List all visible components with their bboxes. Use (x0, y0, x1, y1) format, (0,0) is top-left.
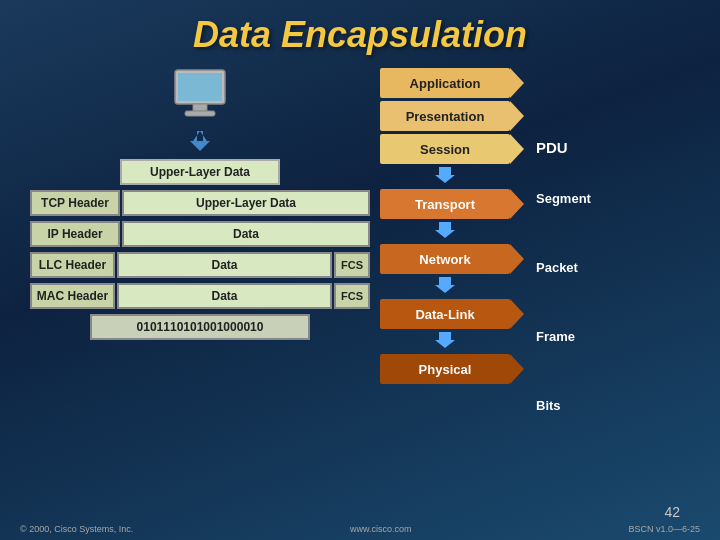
course-code: BSCN v1.0—6-25 (628, 524, 700, 534)
osi-layer-session: Session (380, 134, 524, 164)
svg-marker-4 (193, 131, 207, 141)
application-arrow (510, 68, 524, 98)
osi-down-arrow-3 (435, 277, 524, 296)
osi-layer-network: Network (380, 244, 524, 274)
session-arrow (510, 134, 524, 164)
osi-layer-transport: Transport (380, 189, 524, 219)
osi-down-arrow-2 (435, 222, 524, 241)
physical-box: Physical (380, 354, 510, 384)
tcp-row: TCP Header Upper-Layer Data (30, 190, 370, 216)
mac-row: MAC Header Data FCS (30, 283, 370, 309)
pdu-label-bits: Bits (536, 372, 591, 438)
pdu-label-segment: Segment (536, 165, 591, 231)
page-number: 42 (664, 504, 680, 520)
osi-layer-application: Application (380, 68, 524, 98)
osi-layer-physical: Physical (380, 354, 524, 384)
bits-row: 0101110101001000010 (30, 314, 370, 340)
datalink-arrow (510, 299, 524, 329)
pdu-column: PDU Segment Packet Frame Bits (536, 68, 591, 438)
mac-header-box: MAC Header (30, 283, 115, 309)
website: www.cisco.com (350, 524, 412, 534)
title: Data Encapsulation (0, 0, 720, 64)
copyright: © 2000, Cisco Systems, Inc. (20, 524, 133, 534)
transport-box: Transport (380, 189, 510, 219)
osi-column: Application Presentation Session Tra (380, 68, 524, 438)
svg-marker-8 (435, 277, 455, 293)
svg-marker-5 (190, 141, 210, 151)
computer-icon (30, 68, 370, 127)
llc-fcs-box: FCS (334, 252, 370, 278)
osi-down-arrow-1 (435, 167, 524, 186)
network-box: Network (380, 244, 510, 274)
pdu-label-frame: Frame (536, 303, 591, 369)
left-panel: Upper-Layer Data TCP Header Upper-Layer … (30, 68, 370, 438)
bits-box: 0101110101001000010 (90, 314, 310, 340)
mac-data-box: Data (117, 283, 332, 309)
upper-layer-data-box: Upper-Layer Data (120, 159, 280, 185)
ip-header-box: IP Header (30, 221, 120, 247)
osi-down-arrow-4 (435, 332, 524, 351)
upper-layer-row: Upper-Layer Data (30, 159, 370, 185)
ip-data-box: Data (122, 221, 370, 247)
tcp-data-box: Upper-Layer Data (122, 190, 370, 216)
osi-layer-presentation: Presentation (380, 101, 524, 131)
mac-fcs-box: FCS (334, 283, 370, 309)
llc-data-box: Data (117, 252, 332, 278)
svg-rect-3 (185, 111, 215, 116)
pdu-label-pdu: PDU (536, 132, 591, 162)
footer: © 2000, Cisco Systems, Inc. www.cisco.co… (0, 524, 720, 534)
svg-marker-6 (435, 167, 455, 183)
application-box: Application (380, 68, 510, 98)
svg-rect-1 (178, 73, 222, 101)
presentation-box: Presentation (380, 101, 510, 131)
ip-row: IP Header Data (30, 221, 370, 247)
presentation-arrow (510, 101, 524, 131)
svg-marker-9 (435, 332, 455, 348)
llc-header-box: LLC Header (30, 252, 115, 278)
tcp-header-box: TCP Header (30, 190, 120, 216)
svg-marker-7 (435, 222, 455, 238)
osi-layer-datalink: Data-Link (380, 299, 524, 329)
down-arrow (30, 131, 370, 155)
session-box: Session (380, 134, 510, 164)
network-arrow (510, 244, 524, 274)
svg-rect-2 (193, 104, 207, 111)
physical-arrow (510, 354, 524, 384)
datalink-box: Data-Link (380, 299, 510, 329)
llc-row: LLC Header Data FCS (30, 252, 370, 278)
pdu-label-packet: Packet (536, 234, 591, 300)
transport-arrow (510, 189, 524, 219)
right-side: Application Presentation Session Tra (380, 68, 690, 438)
